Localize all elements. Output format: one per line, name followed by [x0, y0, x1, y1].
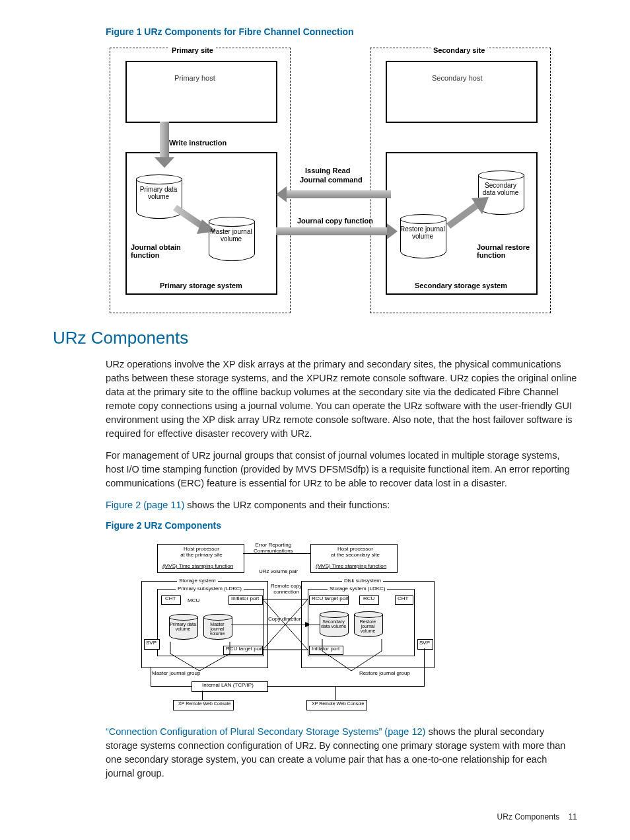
f2-cht-primary-label: CHT — [165, 596, 176, 602]
f2-mvs-primary: (MVS) Time stamping function — [162, 564, 233, 570]
paragraph-1: URz operations involve the XP disk array… — [106, 358, 577, 441]
arrow-primary-write — [160, 122, 169, 159]
f2-erc-line — [243, 553, 310, 554]
restore-journal-volume: Restore journal volume — [400, 214, 445, 260]
write-instruction-label: Write instruction — [169, 139, 227, 147]
f2-host-secondary-label: Host processor at the secondary site — [324, 547, 387, 558]
primary-host-label: Primary host — [174, 74, 215, 82]
f2-console-secondary-label: XP Remote Web Console — [312, 701, 365, 706]
master-journal-label: Master journal volume — [209, 229, 254, 243]
f2-storage-system-label: Storage system — [177, 578, 218, 584]
f2-primary-data-label: Primary data volume — [169, 622, 197, 631]
paragraph-4: “Connection Configuration of Plural Seco… — [106, 725, 577, 781]
f2-bracket-secondary — [317, 638, 387, 673]
f2-primary-subsystem-label: Primary subsystem (LDKC) — [176, 586, 244, 592]
secondary-host-label: Secondary host — [432, 74, 482, 82]
issuing-read-label: Issuing Read — [305, 167, 350, 174]
figure1-caption: Figure 1 URz Components for Fibre Channe… — [106, 26, 577, 37]
restore-journal-label: Restore journal volume — [400, 226, 445, 240]
f2-svp-secondary-label: SVP — [419, 640, 430, 646]
figure2-caption: Figure 2 URz Components — [106, 520, 577, 531]
f2-lan-line-l2 — [151, 686, 192, 687]
f2-mcu-label: MCU — [188, 598, 199, 604]
f2-urz-pair-label: URz volume pair — [259, 569, 298, 575]
primary-site-label: Primary site — [169, 46, 216, 54]
f2-secondary-data-label: Secondary data volume — [320, 619, 347, 629]
f2-erc-label: Error Reporting Communications — [254, 543, 293, 554]
journal-copy-label: Journal copy function — [297, 217, 373, 225]
primary-data-volume-label: Primary data volume — [136, 186, 181, 200]
f2-primary-data: Primary data volume — [169, 614, 197, 640]
paragraph-3: Figure 2 (page 11) shows the URz compone… — [106, 498, 577, 512]
f2-master-jnl: Master journal volume — [203, 614, 231, 640]
arrow-journal-copy — [276, 227, 388, 235]
f2-rcu-target-secondary-label: RCU target port — [312, 596, 349, 602]
footer-page-number: 11 — [569, 812, 577, 821]
primary-storage-label: Primary storage system — [160, 282, 242, 289]
master-journal-volume: Master journal volume — [209, 217, 254, 263]
journal-command-label: Journal command — [300, 176, 363, 184]
journal-obtain-label: Journal obtain function — [131, 243, 181, 259]
f2-remote-copy-label: Remote copy connection — [271, 584, 302, 595]
f2-console-primary-label: XP Remote Web Console — [178, 701, 231, 706]
f2-bracket-primary — [165, 640, 235, 673]
f2-console-line-l — [202, 691, 203, 700]
secondary-host-box — [386, 61, 538, 123]
f2-lan-line-l1 — [151, 667, 151, 687]
f2-lan-line-r2 — [424, 648, 425, 687]
connection-config-link[interactable]: “Connection Configuration of Plural Seco… — [106, 726, 425, 737]
primary-host-box — [125, 61, 277, 123]
arrow-read-journal — [285, 190, 391, 198]
f2-lan-label: Internal LAN (TCP/IP) — [202, 683, 254, 689]
f2-lan-line-r — [267, 686, 424, 687]
secondary-site-label: Secondary site — [431, 46, 487, 54]
f2-secondary-data: Secondary data volume — [320, 611, 347, 638]
paragraph-3-rest: shows the URz components and their funct… — [184, 500, 390, 510]
footer-label: URz Components — [497, 812, 560, 821]
f2-console-line-r — [335, 687, 336, 700]
f2-mvs-secondary: (MVS) Time stamping function — [316, 564, 386, 570]
f2-copy-arrow — [231, 625, 320, 625]
section-heading: URz Components — [53, 328, 577, 348]
f2-master-jnl-label: Master journal volume — [203, 622, 231, 636]
f2-restore-jnl: Restore journal volume — [354, 611, 382, 638]
secondary-storage-label: Secondary storage system — [415, 282, 507, 289]
page-footer: URz Components 11 — [497, 812, 577, 821]
journal-restore-label: Journal restore function — [477, 243, 530, 259]
f2-restore-jnl-label: Restore journal volume — [354, 619, 382, 633]
figure1-diagram: Primary site Secondary site Primary host… — [110, 48, 559, 312]
f2-host-primary-label: Host processor at the primary site — [172, 547, 231, 558]
f2-disk-subsystem-label: Disk subsystem — [342, 578, 383, 584]
figure2-diagram: Host processor at the primary site (MVS)… — [132, 541, 462, 713]
f2-rcu-label: RCU — [363, 596, 374, 602]
page: Figure 1 URz Components for Fibre Channe… — [0, 0, 630, 840]
f2-cht-secondary-label: CHT — [398, 596, 408, 602]
figure2-link[interactable]: Figure 2 (page 11) — [106, 500, 184, 510]
secondary-data-volume-label: Secondary data volume — [478, 182, 523, 196]
svg-marker-2 — [446, 202, 479, 229]
f2-initiator-primary-label: Initiator port — [231, 596, 259, 602]
arrow-restore — [438, 194, 489, 231]
paragraph-2: For management of URz journal groups tha… — [106, 449, 577, 490]
f2-storage-ldkc-label: Storage system (LDKC) — [328, 586, 387, 592]
f2-svp-primary-label: SVP — [146, 640, 157, 646]
